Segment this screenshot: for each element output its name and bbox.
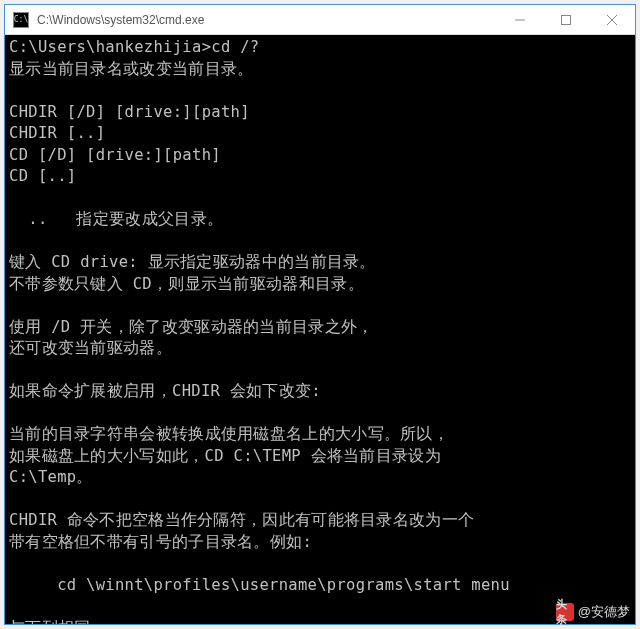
window-title: C:\Windows\system32\cmd.exe [37, 13, 497, 27]
maximize-icon [561, 15, 571, 25]
minimize-button[interactable] [497, 5, 543, 34]
svg-rect-1 [562, 15, 571, 24]
window-controls [497, 5, 635, 34]
watermark-author: @安德梦 [578, 603, 630, 621]
cmd-icon: C:\ [13, 12, 29, 28]
cmd-window: C:\ C:\Windows\system32\cmd.exe C:\Users… [4, 4, 636, 625]
close-button[interactable] [589, 5, 635, 34]
watermark: 头条 @安德梦 [556, 603, 630, 621]
terminal-output[interactable]: C:\Users\hankezhijia>cd /? 显示当前目录名或改变当前目… [5, 35, 635, 624]
minimize-icon [515, 15, 525, 25]
maximize-button[interactable] [543, 5, 589, 34]
close-icon [607, 15, 617, 25]
watermark-icon: 头条 [556, 603, 574, 621]
titlebar[interactable]: C:\ C:\Windows\system32\cmd.exe [5, 5, 635, 35]
